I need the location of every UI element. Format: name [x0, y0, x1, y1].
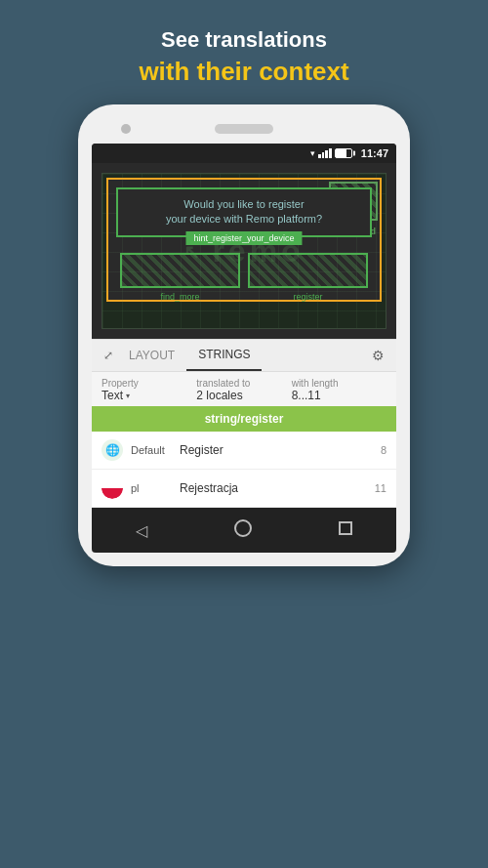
signal-icon	[318, 148, 332, 158]
status-bar: ▾ 11:47	[92, 144, 396, 163]
cad-drawing-area: ↖ remo cloud Would you like to register …	[102, 173, 386, 329]
recent-button[interactable]	[319, 517, 372, 543]
translated-label: translated to	[196, 378, 291, 389]
property-label: Property	[102, 378, 196, 389]
status-time: 11:47	[361, 147, 388, 159]
expand-icon[interactable]: ⤢	[100, 341, 117, 370]
phone-shell: ▾ 11:47 ↖	[78, 104, 410, 566]
locale-list: 🌐 Default Register 8	[92, 432, 396, 508]
length-column: with length 8...11	[292, 378, 386, 402]
locale-name-pl: pl	[131, 482, 180, 494]
svg-rect-2	[102, 488, 123, 499]
locale-name-default: Default	[131, 444, 180, 456]
bottom-panel: ⤢ LAYOUT STRINGS ⚙ Property Text ▾ trans…	[92, 339, 396, 553]
home-button[interactable]	[215, 516, 271, 545]
flag-pl	[102, 477, 123, 499]
string-prefix: string/	[205, 412, 241, 426]
locale-count-pl: 11	[375, 482, 386, 494]
phone-camera	[121, 124, 131, 134]
find-more-button[interactable]: find_more	[120, 253, 240, 288]
bottom-nav: ◁	[92, 508, 396, 553]
translated-value: 2 locales	[196, 389, 291, 402]
dialog-hint-label: hint_register_your_device	[185, 231, 302, 245]
phone-top	[92, 118, 396, 144]
status-icons: ▾	[310, 148, 352, 158]
tab-layout[interactable]: LAYOUT	[117, 341, 186, 370]
phone-screen: ▾ 11:47 ↖	[92, 144, 396, 553]
property-column: Property Text ▾	[102, 378, 196, 402]
properties-row: Property Text ▾ translated to 2 locales …	[92, 372, 396, 406]
header-line1: See translations	[20, 27, 468, 53]
register-label: register	[293, 292, 322, 302]
locale-count-default: 8	[381, 444, 386, 456]
flag-default: 🌐	[102, 439, 123, 461]
string-register-text: string/register	[102, 412, 386, 426]
string-register-row: string/register	[92, 406, 396, 432]
header-line2: with their context	[20, 57, 468, 87]
wifi-icon: ▾	[310, 148, 315, 158]
length-value: 8...11	[292, 389, 386, 402]
dialog-text-line1: Would you like to register your device w…	[126, 197, 362, 227]
property-dropdown-arrow: ▾	[126, 392, 130, 400]
dialog-card: Would you like to register your device w…	[116, 187, 372, 237]
recent-icon	[339, 521, 352, 535]
header-section: See translations with their context	[0, 0, 488, 104]
phone-speaker	[215, 124, 273, 134]
back-button[interactable]: ◁	[116, 517, 167, 544]
tab-strings[interactable]: STRINGS	[186, 340, 262, 371]
string-value: register	[240, 412, 283, 426]
battery-icon	[335, 148, 352, 158]
find-more-label: find_more	[160, 292, 199, 302]
locale-row-default: 🌐 Default Register 8	[92, 432, 396, 470]
property-value[interactable]: Text ▾	[102, 389, 196, 402]
app-content-area: ↖ remo cloud Would you like to register …	[92, 163, 396, 339]
translated-column: translated to 2 locales	[196, 378, 291, 402]
gear-icon[interactable]: ⚙	[368, 340, 388, 371]
length-label: with length	[292, 378, 386, 389]
home-icon	[234, 519, 252, 537]
tabs-bar: ⤢ LAYOUT STRINGS ⚙	[92, 340, 396, 372]
locale-value-default: Register	[180, 443, 381, 457]
locale-value-pl: Rejestracja	[180, 481, 375, 495]
register-button[interactable]: register	[248, 253, 368, 288]
locale-row-pl: pl Rejestracja 11	[92, 470, 396, 508]
